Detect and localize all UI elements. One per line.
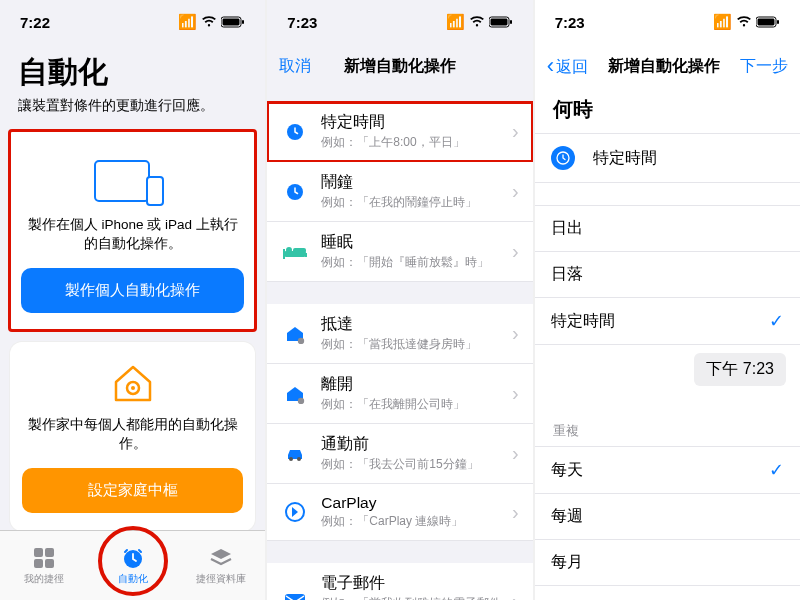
time-option-row[interactable]: 日落 xyxy=(535,252,800,298)
page-title: 自動化 xyxy=(18,52,247,93)
repeat-option-row[interactable]: 每週 xyxy=(535,494,800,540)
chevron-right-icon: › xyxy=(512,180,519,203)
tab-label: 我的捷徑 xyxy=(24,572,64,586)
row-title: 特定時間 xyxy=(321,112,512,133)
back-button[interactable]: 返回 xyxy=(547,53,588,79)
tab-automation[interactable]: 自動化 xyxy=(88,531,176,600)
row-subtitle: 例如：「在我的鬧鐘停止時」 xyxy=(321,194,512,211)
wifi-icon xyxy=(201,14,217,31)
trigger-row[interactable]: CarPlay例如：「CarPlay 連線時」› xyxy=(267,484,532,541)
option-label: 特定時間 xyxy=(551,311,615,332)
wifi-icon xyxy=(469,14,485,31)
content: 自動化 讓裝置對條件的更動進行回應。 製作在個人 iPhone 或 iPad 上… xyxy=(0,44,265,530)
time-value[interactable]: 下午 7:23 xyxy=(694,353,786,386)
status-bar: 7:23 📶 xyxy=(267,0,532,44)
page-subtitle: 讓裝置對條件的更動進行回應。 xyxy=(18,97,247,115)
row-subtitle: 例如：「在我離開公司時」 xyxy=(321,396,512,413)
repeat-option-row[interactable]: 每天✓ xyxy=(535,446,800,494)
row-subtitle: 例如：「當我抵達健身房時」 xyxy=(321,336,512,353)
clock-icon xyxy=(281,178,309,206)
bed-icon xyxy=(281,238,309,266)
svg-rect-11 xyxy=(490,18,507,25)
battery-icon xyxy=(756,14,780,31)
home-card-desc: 製作家中每個人都能用的自動化操作。 xyxy=(22,416,243,454)
trigger-row[interactable]: 通勤前例如：「我去公司前15分鐘」› xyxy=(267,424,532,484)
row-title: 通勤前 xyxy=(321,434,512,455)
time-config-content: 何時 特定時間 日出日落特定時間✓ 下午 7:23 重複 每天✓每週每月 xyxy=(535,88,800,600)
trigger-list: 特定時間例如：「上午8:00，平日」›鬧鐘例如：「在我的鬧鐘停止時」›睡眠例如：… xyxy=(267,88,532,600)
create-personal-automation-button[interactable]: 製作個人自動化操作 xyxy=(21,268,244,313)
car-icon xyxy=(281,440,309,468)
setup-home-hub-button[interactable]: 設定家庭中樞 xyxy=(22,468,243,513)
time-option-row[interactable]: 特定時間✓ xyxy=(535,298,800,345)
row-title: 睡眠 xyxy=(321,232,512,253)
tab-my-shortcuts[interactable]: 我的捷徑 xyxy=(0,531,88,600)
svg-rect-6 xyxy=(45,548,54,557)
row-title: 鬧鐘 xyxy=(321,172,512,193)
status-icons: 📶 xyxy=(178,13,245,31)
tab-label: 捷徑資料庫 xyxy=(196,572,246,586)
svg-rect-12 xyxy=(510,20,512,24)
chevron-right-icon: › xyxy=(512,322,519,345)
svg-rect-28 xyxy=(777,20,779,24)
row-subtitle: 例如：「CarPlay 連線時」 xyxy=(321,513,512,530)
status-time: 7:23 xyxy=(555,14,585,31)
cancel-button[interactable]: 取消 xyxy=(279,56,311,77)
trigger-row[interactable]: 離開例如：「在我離開公司時」› xyxy=(267,364,532,424)
tab-bar: 我的捷徑 自動化 捷徑資料庫 xyxy=(0,530,265,600)
screen-new-automation: 7:23 📶 取消 新增自動化操作 特定時間例如：「上午8:00，平日」›鬧鐘例… xyxy=(267,0,532,600)
row-subtitle: 例如：「開始『睡前放鬆』時」 xyxy=(321,254,512,271)
svg-point-4 xyxy=(131,386,135,390)
chevron-right-icon: › xyxy=(512,442,519,465)
row-subtitle: 例如：「我去公司前15分鐘」 xyxy=(321,456,512,473)
devices-icon xyxy=(94,158,172,204)
svg-rect-8 xyxy=(45,559,54,568)
row-title: CarPlay xyxy=(321,494,512,512)
chevron-right-icon: › xyxy=(512,240,519,263)
signal-icon: 📶 xyxy=(446,13,465,31)
status-icons: 📶 xyxy=(446,13,513,31)
home-icon xyxy=(110,360,156,406)
svg-rect-5 xyxy=(34,548,43,557)
trigger-type-row: 特定時間 xyxy=(535,133,800,183)
home-automation-card: 製作家中每個人都能用的自動化操作。 設定家庭中樞 xyxy=(10,342,255,530)
trigger-type-label: 特定時間 xyxy=(593,148,657,169)
svg-point-18 xyxy=(298,337,304,343)
trigger-row[interactable]: 特定時間例如：「上午8:00，平日」› xyxy=(267,102,532,162)
status-icons: 📶 xyxy=(713,13,780,31)
row-title: 電子郵件 xyxy=(321,573,512,594)
trigger-row[interactable]: 睡眠例如：「開始『睡前放鬆』時」› xyxy=(267,222,532,282)
svg-rect-17 xyxy=(293,248,306,253)
repeat-option-row[interactable]: 每月 xyxy=(535,540,800,586)
status-time: 7:23 xyxy=(287,14,317,31)
nav-title: 新增自動化操作 xyxy=(608,56,720,77)
next-button[interactable]: 下一步 xyxy=(740,56,788,77)
option-label: 日落 xyxy=(551,264,583,285)
stack-icon xyxy=(209,546,233,570)
chevron-right-icon: › xyxy=(512,382,519,405)
row-subtitle: 例如：「當我收到雅婷的電子郵件時」 xyxy=(321,595,512,600)
option-label: 每週 xyxy=(551,506,583,527)
svg-point-16 xyxy=(286,247,292,253)
chevron-right-icon: › xyxy=(512,120,519,143)
signal-icon: 📶 xyxy=(713,13,732,31)
trigger-row[interactable]: 抵達例如：「當我抵達健身房時」› xyxy=(267,304,532,364)
trigger-row[interactable]: 電子郵件例如：「當我收到雅婷的電子郵件時」› xyxy=(267,563,532,600)
time-value-row[interactable]: 下午 7:23 xyxy=(535,345,800,394)
row-title: 抵達 xyxy=(321,314,512,335)
svg-rect-1 xyxy=(223,18,240,25)
chevron-right-icon: › xyxy=(512,501,519,524)
personal-automation-card: 製作在個人 iPhone 或 iPad 上執行的自動化操作。 製作個人自動化操作 xyxy=(8,129,257,332)
svg-rect-7 xyxy=(34,559,43,568)
wifi-icon xyxy=(736,14,752,31)
svg-rect-27 xyxy=(757,18,774,25)
svg-point-20 xyxy=(289,457,293,461)
carplay-icon xyxy=(281,498,309,526)
clock-badge-icon xyxy=(121,546,145,570)
tab-gallery[interactable]: 捷徑資料庫 xyxy=(177,531,265,600)
time-option-row[interactable]: 日出 xyxy=(535,205,800,252)
nav-title: 新增自動化操作 xyxy=(344,56,456,77)
screen-automation-home: 7:22 📶 自動化 讓裝置對條件的更動進行回應。 製作在個人 iPhone 或… xyxy=(0,0,265,600)
trigger-row[interactable]: 鬧鐘例如：「在我的鬧鐘停止時」› xyxy=(267,162,532,222)
checkmark-icon: ✓ xyxy=(769,459,784,481)
